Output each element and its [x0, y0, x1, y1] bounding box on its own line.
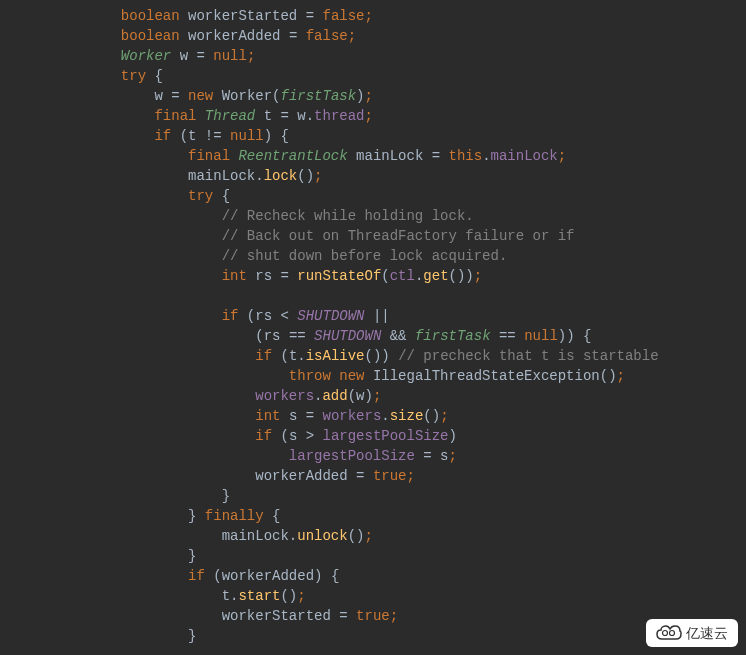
token-ident: workerStarted	[222, 608, 331, 624]
code-line[interactable]: boolean workerStarted = false;	[0, 6, 746, 26]
token-punc: }	[222, 488, 230, 504]
token-semi: ;	[558, 148, 566, 164]
token-final-kw: final	[188, 148, 230, 164]
token-method: isAlive	[306, 348, 365, 364]
token-op: =	[339, 608, 347, 624]
code-line[interactable]: mainLock.lock();	[0, 166, 746, 186]
code-line[interactable]: try {	[0, 186, 746, 206]
code-line[interactable]: try {	[0, 66, 746, 86]
token-punc: (	[247, 308, 255, 324]
code-line[interactable]: int rs = runStateOf(ctl.get());	[0, 266, 746, 286]
token-null-kw: null	[213, 48, 247, 64]
code-line[interactable]: w = new Worker(firstTask);	[0, 86, 746, 106]
token-ident: mainLock	[356, 148, 423, 164]
token-punc: {	[583, 328, 591, 344]
code-line[interactable]: if (s > largestPoolSize)	[0, 426, 746, 446]
token-punc: ()	[423, 408, 440, 424]
token-punc: .	[255, 168, 263, 184]
token-punc: )	[356, 88, 364, 104]
code-line[interactable]: // Back out on ThreadFactory failure or …	[0, 226, 746, 246]
token-op: ==	[289, 328, 306, 344]
token-method: unlock	[297, 528, 347, 544]
code-line[interactable]: workerAdded = true;	[0, 466, 746, 486]
token-op: =	[289, 28, 297, 44]
token-ident: w	[180, 48, 188, 64]
token-semi: ;	[617, 368, 625, 384]
token-punc: ())	[449, 268, 474, 284]
code-line[interactable]: final ReentrantLock mainLock = this.main…	[0, 146, 746, 166]
token-ident: mainLock	[222, 528, 289, 544]
code-line[interactable]: throw new IllegalThreadStateException();	[0, 366, 746, 386]
token-punc: {	[154, 68, 162, 84]
code-line[interactable]: largestPoolSize = s;	[0, 446, 746, 466]
code-line[interactable]: workerStarted = true;	[0, 606, 746, 626]
token-op: >	[306, 428, 314, 444]
token-punc: .	[306, 108, 314, 124]
code-line[interactable]: mainLock.unlock();	[0, 526, 746, 546]
token-punc: {	[272, 508, 280, 524]
token-null-kw: null	[524, 328, 558, 344]
token-ident: workerStarted	[188, 8, 297, 24]
token-ident: t	[222, 588, 230, 604]
code-line[interactable]: // shut down before lock acquired.	[0, 246, 746, 266]
token-ident: t	[264, 108, 272, 124]
code-line[interactable]: workers.add(w);	[0, 386, 746, 406]
token-if-kw: if	[154, 128, 171, 144]
token-op: <	[280, 308, 288, 324]
token-semi: ;	[365, 88, 373, 104]
token-constant: SHUTDOWN	[314, 328, 381, 344]
code-editor[interactable]: boolean workerStarted = false; boolean w…	[0, 0, 746, 652]
code-line[interactable]: }	[0, 486, 746, 506]
code-line[interactable]: // Recheck while holding lock.	[0, 206, 746, 226]
token-bool: true	[373, 468, 407, 484]
token-semi: ;	[373, 388, 381, 404]
token-ident: w	[297, 108, 305, 124]
code-line[interactable]: } finally {	[0, 506, 746, 526]
token-semi: ;	[390, 608, 398, 624]
token-ident: rs	[255, 308, 272, 324]
token-final-kw: final	[154, 108, 196, 124]
svg-point-0	[663, 631, 668, 636]
code-line[interactable]: if (t.isAlive()) // precheck that t is s…	[0, 346, 746, 366]
token-punc: )	[264, 128, 272, 144]
token-op: ||	[373, 308, 390, 324]
token-punc: (	[381, 268, 389, 284]
code-line[interactable]: (rs == SHUTDOWN && firstTask == null)) {	[0, 326, 746, 346]
token-punc: (	[348, 388, 356, 404]
code-line[interactable]: final Thread t = w.thread;	[0, 106, 746, 126]
token-comment: // Recheck while holding lock.	[222, 208, 474, 224]
token-ident: rs	[264, 328, 281, 344]
token-punc: ()	[348, 528, 365, 544]
code-line[interactable]: if (t != null) {	[0, 126, 746, 146]
token-type-green: Worker	[121, 48, 171, 64]
token-ident: workerAdded	[255, 468, 347, 484]
watermark-badge: 亿速云	[646, 619, 738, 647]
token-field: largestPoolSize	[289, 448, 415, 464]
token-ident: s	[440, 448, 448, 464]
token-kw: boolean	[121, 28, 180, 44]
code-line[interactable]: }	[0, 546, 746, 566]
token-bool: true	[356, 608, 390, 624]
token-method: get	[423, 268, 448, 284]
token-field: workers	[323, 408, 382, 424]
token-type-green: Thread	[205, 108, 255, 124]
code-line[interactable]: int s = workers.size();	[0, 406, 746, 426]
token-field: mainLock	[491, 148, 558, 164]
token-if-kw: if	[188, 568, 205, 584]
code-line[interactable]: t.start();	[0, 586, 746, 606]
code-line[interactable]: boolean workerAdded = false;	[0, 26, 746, 46]
token-ident: s	[289, 428, 297, 444]
code-line[interactable]	[0, 286, 746, 306]
token-punc: .	[381, 408, 389, 424]
code-line[interactable]: Worker w = null;	[0, 46, 746, 66]
token-semi: ;	[348, 28, 356, 44]
token-ident: s	[289, 408, 297, 424]
code-line[interactable]: }	[0, 626, 746, 646]
token-punc: {	[281, 128, 289, 144]
token-int-kw: int	[255, 408, 280, 424]
token-new-kw: new	[188, 88, 213, 104]
token-if-kw: if	[255, 348, 272, 364]
code-line[interactable]: if (workerAdded) {	[0, 566, 746, 586]
code-line[interactable]: if (rs < SHUTDOWN ||	[0, 306, 746, 326]
token-try-kw: try	[188, 188, 213, 204]
